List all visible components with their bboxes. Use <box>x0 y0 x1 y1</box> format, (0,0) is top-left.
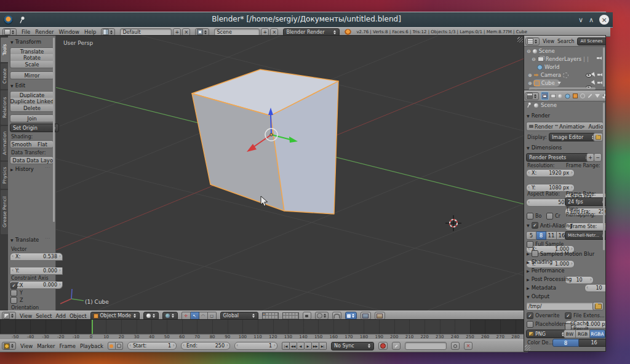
editor-type-button[interactable] <box>2 342 16 350</box>
channels-rgba[interactable]: RGBA <box>590 330 605 338</box>
resolution-x-field[interactable]: X:1920 px <box>526 169 575 177</box>
menu-file[interactable]: File <box>22 29 30 35</box>
menu-view[interactable]: View <box>20 313 32 319</box>
timeline-track[interactable] <box>0 320 524 334</box>
delete-layout-button[interactable]: × <box>182 28 190 36</box>
insert-keyframe-button[interactable] <box>451 342 460 350</box>
play-reverse-button[interactable]: ◀ <box>297 342 305 350</box>
play-button[interactable]: ▶ <box>305 342 312 350</box>
render-animation-button[interactable]: Animatio <box>555 122 583 131</box>
checkbox[interactable] <box>546 213 553 220</box>
file-format-dropdown[interactable]: PNG <box>526 330 568 338</box>
region-corner-handle[interactable] <box>517 37 523 42</box>
vector-x-field[interactable]: X:0.538 <box>10 253 63 261</box>
mode-dropdown[interactable]: Object Mode <box>90 312 140 320</box>
border-checkbox-row[interactable]: Bo <box>527 213 541 220</box>
checkbox[interactable] <box>10 297 17 304</box>
manipulator-axes-icon[interactable]: ✛ <box>181 312 191 320</box>
lock-layers-button[interactable] <box>303 312 311 320</box>
tool-shelf-scrollbar[interactable] <box>53 38 55 222</box>
checkbox[interactable] <box>527 213 533 220</box>
panel-header-edit[interactable]: ▼Edit <box>10 82 25 89</box>
jump-to-end-button[interactable]: ▶| <box>319 342 327 350</box>
properties-scrollbar[interactable] <box>603 103 605 250</box>
render-audio-button[interactable]: Audio <box>583 122 604 131</box>
viewport-shading-dropdown[interactable] <box>143 312 159 320</box>
panel-header-metadata[interactable]: ▶Metadata <box>527 285 556 291</box>
display-dropdown[interactable]: Image Editor <box>549 133 598 141</box>
layer-cell[interactable] <box>275 316 278 319</box>
outliner-row-camera[interactable]: ⊕Camera <box>528 72 568 78</box>
panel-header-shading[interactable]: ▶Shading <box>527 259 552 265</box>
output-path-field[interactable]: /tmp/ <box>526 302 596 311</box>
menu-window[interactable]: Window <box>59 29 80 35</box>
menu-marker[interactable]: Marker <box>37 343 55 349</box>
renderable-toggle-icon[interactable] <box>597 81 602 84</box>
jump-to-start-button[interactable]: |◀ <box>282 342 290 350</box>
keying-set-icon-button[interactable] <box>392 342 401 350</box>
editor-type-button[interactable] <box>2 28 17 36</box>
screen-layout-icon-button[interactable] <box>101 28 115 36</box>
render-engine-select[interactable]: Blender Render <box>283 28 340 36</box>
menu-frame[interactable]: Frame <box>60 343 76 349</box>
tab-modifiers[interactable] <box>586 92 593 100</box>
tab-object-data[interactable] <box>594 92 600 100</box>
minimize-button[interactable]: ∨ <box>578 16 583 24</box>
checkbox-checked[interactable]: ✓ <box>527 312 533 319</box>
expand-icon[interactable]: ⊖ <box>527 49 531 54</box>
auto-keyframe-button[interactable] <box>378 342 388 350</box>
panel-header-transform[interactable]: ▼Transform <box>10 39 41 45</box>
menu-object[interactable]: Object <box>70 313 87 319</box>
smooth-button[interactable]: Smooth <box>10 140 33 148</box>
remap-new-field[interactable]: 10 <box>584 284 605 292</box>
editor-type-button[interactable] <box>525 38 540 46</box>
renderable-toggle-icon[interactable] <box>597 73 602 76</box>
3d-cursor[interactable] <box>445 215 461 231</box>
render-presets-dropdown[interactable]: Render Presets <box>526 153 592 162</box>
layers-grid-1[interactable] <box>262 312 279 320</box>
snap-toggle-button[interactable] <box>332 312 341 320</box>
tab-constraints[interactable] <box>579 92 586 100</box>
add-scene-button[interactable]: + <box>261 28 269 36</box>
scale-button[interactable]: Scale <box>10 61 54 68</box>
layout-name-field[interactable]: Default <box>120 28 172 36</box>
outliner-row-scene[interactable]: ⊖Scene <box>527 48 555 54</box>
delete-scene-button[interactable]: × <box>270 28 278 36</box>
menu-view[interactable]: View <box>543 39 554 44</box>
lock-time-button[interactable] <box>116 342 123 350</box>
panel-header-performance[interactable]: ▶Performance <box>527 267 565 274</box>
selectable-toggle-icon[interactable] <box>591 80 598 87</box>
depth-16-button[interactable]: 16 <box>579 339 605 347</box>
menu-search[interactable]: Search <box>557 39 574 44</box>
editor-type-button[interactable] <box>2 312 16 320</box>
vector-y-field[interactable]: Y:0.000 <box>10 267 63 275</box>
channels-rgb[interactable]: RGB <box>576 330 590 338</box>
remove-preset-button[interactable]: − <box>594 153 602 162</box>
aa-samples-5[interactable]: 5 <box>526 231 536 240</box>
data-layout-button[interactable]: Data Layo <box>26 156 54 164</box>
snap-element-dropdown[interactable] <box>345 312 357 320</box>
current-frame-field[interactable]: 1 <box>234 342 277 350</box>
tab-scene[interactable] <box>557 92 564 100</box>
menu-render[interactable]: Render <box>35 29 54 35</box>
render-button[interactable]: Render <box>526 122 556 131</box>
orientation-dropdown[interactable]: Global <box>220 312 258 320</box>
scene-icon-button[interactable] <box>195 28 209 36</box>
checkbox[interactable] <box>527 321 533 328</box>
data-button[interactable]: Data <box>10 156 28 164</box>
opengl-render-button[interactable] <box>361 312 371 320</box>
menu-view[interactable]: View <box>20 343 33 349</box>
preview-range-button[interactable] <box>108 342 116 350</box>
panel-header-antialiasing[interactable]: ▼✓Anti-Aliasing <box>527 222 573 229</box>
panel-header-history[interactable]: ▶History <box>10 166 34 172</box>
keying-set-field[interactable] <box>405 342 447 350</box>
expand-icon[interactable]: ⊕ <box>528 73 532 78</box>
menu-select[interactable]: Select <box>36 313 52 319</box>
manipulator-scale-icon[interactable]: ◻ <box>208 312 217 320</box>
file-extensions-row[interactable]: ✓File Extens... <box>565 312 605 319</box>
menu-playback[interactable]: Playback <box>80 343 103 349</box>
viewport-3d[interactable]: User Persp (1) Cube Tools Create Relatio… <box>0 36 524 320</box>
sync-dropdown[interactable]: No Sync <box>331 342 374 350</box>
outliner-row-renderlayers[interactable]: ⊖RenderLayers|| <box>532 56 589 62</box>
checkbox[interactable] <box>565 323 572 330</box>
